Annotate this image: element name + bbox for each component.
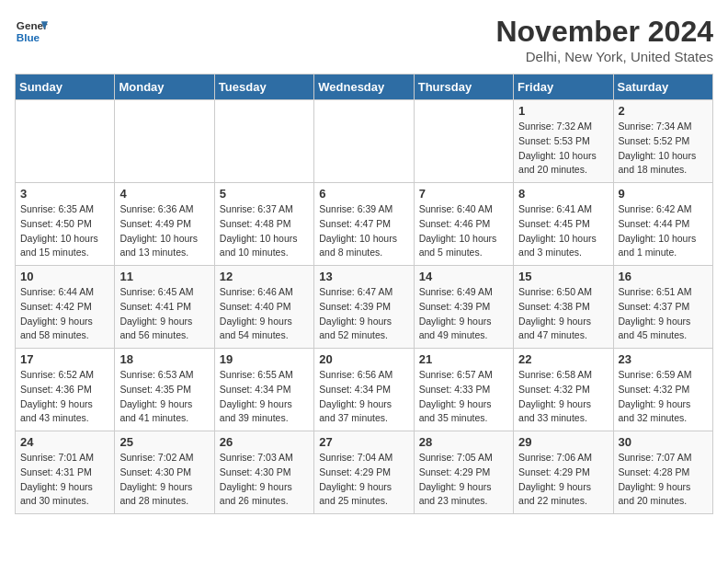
- header: General Blue November 2024 Delhi, New Yo…: [15, 15, 713, 64]
- calendar-cell: [314, 100, 414, 183]
- day-number: 3: [20, 187, 109, 201]
- svg-text:Blue: Blue: [17, 31, 40, 43]
- day-number: 26: [220, 435, 309, 449]
- day-number: 15: [518, 270, 608, 283]
- week-row-4: 24Sunrise: 7:01 AM Sunset: 4:31 PM Dayli…: [16, 431, 713, 514]
- calendar-cell: 26Sunrise: 7:03 AM Sunset: 4:30 PM Dayli…: [214, 431, 313, 514]
- day-info: Sunrise: 7:02 AM Sunset: 4:30 PM Dayligh…: [119, 451, 209, 509]
- day-number: 12: [220, 270, 309, 283]
- calendar-cell: 7Sunrise: 6:40 AM Sunset: 4:46 PM Daylig…: [414, 183, 513, 266]
- calendar-cell: 24Sunrise: 7:01 AM Sunset: 4:31 PM Dayli…: [16, 431, 115, 514]
- day-info: Sunrise: 6:52 AM Sunset: 4:36 PM Dayligh…: [20, 368, 109, 426]
- day-header-sunday: Sunday: [16, 75, 115, 100]
- day-info: Sunrise: 6:58 AM Sunset: 4:32 PM Dayligh…: [518, 368, 608, 426]
- day-info: Sunrise: 6:46 AM Sunset: 4:40 PM Dayligh…: [220, 285, 309, 343]
- day-number: 8: [518, 187, 608, 201]
- header-row: SundayMondayTuesdayWednesdayThursdayFrid…: [16, 75, 713, 100]
- calendar-cell: 12Sunrise: 6:46 AM Sunset: 4:40 PM Dayli…: [214, 266, 313, 349]
- day-number: 16: [619, 270, 708, 283]
- day-number: 25: [119, 435, 209, 449]
- day-number: 27: [319, 435, 408, 449]
- day-number: 13: [319, 270, 408, 283]
- day-info: Sunrise: 6:36 AM Sunset: 4:49 PM Dayligh…: [119, 202, 209, 260]
- week-row-1: 3Sunrise: 6:35 AM Sunset: 4:50 PM Daylig…: [16, 183, 713, 266]
- day-info: Sunrise: 7:04 AM Sunset: 4:29 PM Dayligh…: [319, 451, 408, 509]
- day-info: Sunrise: 6:57 AM Sunset: 4:33 PM Dayligh…: [419, 368, 508, 426]
- calendar-cell: 2Sunrise: 7:34 AM Sunset: 5:52 PM Daylig…: [613, 100, 712, 183]
- calendar-cell: 23Sunrise: 6:59 AM Sunset: 4:32 PM Dayli…: [613, 349, 712, 431]
- calendar-cell: 29Sunrise: 7:06 AM Sunset: 4:29 PM Dayli…: [514, 431, 613, 514]
- calendar-cell: 6Sunrise: 6:39 AM Sunset: 4:47 PM Daylig…: [314, 183, 414, 266]
- month-title: November 2024: [495, 15, 713, 49]
- title-area: November 2024 Delhi, New York, United St…: [495, 15, 713, 64]
- calendar-cell: 18Sunrise: 6:53 AM Sunset: 4:35 PM Dayli…: [115, 349, 214, 431]
- day-number: 18: [119, 352, 209, 366]
- day-header-wednesday: Wednesday: [314, 75, 414, 100]
- day-number: 28: [419, 435, 508, 449]
- calendar-cell: 16Sunrise: 6:51 AM Sunset: 4:37 PM Dayli…: [613, 266, 712, 349]
- day-info: Sunrise: 7:34 AM Sunset: 5:52 PM Dayligh…: [619, 120, 708, 178]
- day-info: Sunrise: 6:41 AM Sunset: 4:45 PM Dayligh…: [518, 202, 608, 260]
- day-info: Sunrise: 6:45 AM Sunset: 4:41 PM Dayligh…: [119, 285, 209, 343]
- calendar-cell: 19Sunrise: 6:55 AM Sunset: 4:34 PM Dayli…: [214, 349, 313, 431]
- day-info: Sunrise: 6:59 AM Sunset: 4:32 PM Dayligh…: [619, 368, 708, 426]
- calendar-cell: 30Sunrise: 7:07 AM Sunset: 4:28 PM Dayli…: [613, 431, 712, 514]
- day-number: 14: [419, 270, 508, 283]
- day-number: 11: [119, 270, 209, 283]
- day-info: Sunrise: 6:55 AM Sunset: 4:34 PM Dayligh…: [220, 368, 309, 426]
- day-info: Sunrise: 6:50 AM Sunset: 4:38 PM Dayligh…: [518, 285, 608, 343]
- day-info: Sunrise: 6:44 AM Sunset: 4:42 PM Dayligh…: [20, 285, 109, 343]
- day-number: 29: [518, 435, 608, 449]
- calendar-cell: [414, 100, 513, 183]
- calendar-cell: 21Sunrise: 6:57 AM Sunset: 4:33 PM Dayli…: [414, 349, 513, 431]
- calendar-cell: 4Sunrise: 6:36 AM Sunset: 4:49 PM Daylig…: [115, 183, 214, 266]
- calendar-cell: 25Sunrise: 7:02 AM Sunset: 4:30 PM Dayli…: [115, 431, 214, 514]
- calendar-cell: 1Sunrise: 7:32 AM Sunset: 5:53 PM Daylig…: [514, 100, 613, 183]
- day-info: Sunrise: 6:49 AM Sunset: 4:39 PM Dayligh…: [419, 285, 508, 343]
- calendar-cell: [16, 100, 115, 183]
- day-number: 10: [20, 270, 109, 283]
- calendar-cell: 8Sunrise: 6:41 AM Sunset: 4:45 PM Daylig…: [514, 183, 613, 266]
- day-number: 9: [619, 187, 708, 201]
- day-number: 30: [619, 435, 708, 449]
- calendar-table: SundayMondayTuesdayWednesdayThursdayFrid…: [15, 74, 713, 514]
- calendar-cell: 3Sunrise: 6:35 AM Sunset: 4:50 PM Daylig…: [16, 183, 115, 266]
- day-number: 5: [220, 187, 309, 201]
- day-header-monday: Monday: [115, 75, 214, 100]
- day-info: Sunrise: 6:39 AM Sunset: 4:47 PM Dayligh…: [319, 202, 408, 260]
- calendar-cell: [115, 100, 214, 183]
- day-info: Sunrise: 6:42 AM Sunset: 4:44 PM Dayligh…: [619, 202, 708, 260]
- calendar-cell: 11Sunrise: 6:45 AM Sunset: 4:41 PM Dayli…: [115, 266, 214, 349]
- day-number: 6: [319, 187, 408, 201]
- day-info: Sunrise: 6:47 AM Sunset: 4:39 PM Dayligh…: [319, 285, 408, 343]
- day-number: 2: [619, 104, 708, 118]
- calendar-cell: [214, 100, 313, 183]
- day-number: 17: [20, 352, 109, 366]
- day-header-friday: Friday: [514, 75, 613, 100]
- week-row-2: 10Sunrise: 6:44 AM Sunset: 4:42 PM Dayli…: [16, 266, 713, 349]
- location: Delhi, New York, United States: [495, 49, 713, 64]
- day-info: Sunrise: 7:07 AM Sunset: 4:28 PM Dayligh…: [619, 451, 708, 509]
- calendar-cell: 17Sunrise: 6:52 AM Sunset: 4:36 PM Dayli…: [16, 349, 115, 431]
- day-info: Sunrise: 7:01 AM Sunset: 4:31 PM Dayligh…: [20, 451, 109, 509]
- day-number: 19: [220, 352, 309, 366]
- week-row-3: 17Sunrise: 6:52 AM Sunset: 4:36 PM Dayli…: [16, 349, 713, 431]
- day-info: Sunrise: 6:56 AM Sunset: 4:34 PM Dayligh…: [319, 368, 408, 426]
- day-number: 21: [419, 352, 508, 366]
- day-number: 22: [518, 352, 608, 366]
- day-number: 24: [20, 435, 109, 449]
- day-number: 1: [518, 104, 608, 118]
- calendar-cell: 15Sunrise: 6:50 AM Sunset: 4:38 PM Dayli…: [514, 266, 613, 349]
- day-number: 20: [319, 352, 408, 366]
- logo-icon: General Blue: [15, 15, 48, 48]
- day-info: Sunrise: 6:40 AM Sunset: 4:46 PM Dayligh…: [419, 202, 508, 260]
- day-number: 23: [619, 352, 708, 366]
- calendar-cell: 22Sunrise: 6:58 AM Sunset: 4:32 PM Dayli…: [514, 349, 613, 431]
- day-info: Sunrise: 6:53 AM Sunset: 4:35 PM Dayligh…: [119, 368, 209, 426]
- logo: General Blue: [15, 15, 48, 48]
- day-info: Sunrise: 7:05 AM Sunset: 4:29 PM Dayligh…: [419, 451, 508, 509]
- day-info: Sunrise: 7:32 AM Sunset: 5:53 PM Dayligh…: [518, 120, 608, 178]
- day-number: 4: [119, 187, 209, 201]
- calendar-cell: 13Sunrise: 6:47 AM Sunset: 4:39 PM Dayli…: [314, 266, 414, 349]
- calendar-cell: 20Sunrise: 6:56 AM Sunset: 4:34 PM Dayli…: [314, 349, 414, 431]
